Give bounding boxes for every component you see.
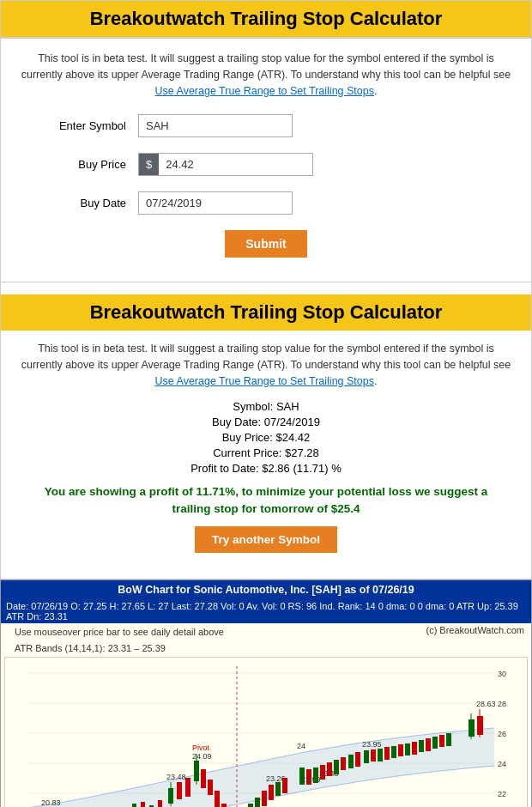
buy-price-row: Buy Price $ [18,153,514,176]
svg-text:23.95: 23.95 [362,740,382,749]
svg-rect-81 [432,737,438,749]
result-buy-price: Buy Price: $24.42 [18,431,514,444]
profit-highlight-text: You are showing a profit of 11.71%, to m… [18,483,514,519]
buy-price-input[interactable] [159,153,313,176]
svg-rect-45 [215,791,220,807]
svg-rect-64 [320,765,325,780]
svg-rect-51 [248,804,253,807]
result-current-price: Current Price: $27.28 [18,446,514,459]
svg-rect-73 [378,749,383,761]
chart-mouseover-note: Use mouseover price bar to see daily det… [8,625,231,639]
svg-text:20.83: 20.83 [41,798,61,807]
svg-text:26: 26 [498,730,506,738]
svg-rect-33 [158,800,162,807]
symbol-label: Enter Symbol [18,119,138,132]
chart-svg: 2.37 20.83 19.52 23.48 [5,658,520,807]
dollar-sign-icon: $ [138,153,159,176]
svg-text:24: 24 [498,760,506,768]
result-profit-to-date: Profit to Date: $2.86 (11.71) % [18,462,514,475]
svg-rect-75 [391,746,396,758]
submit-button[interactable]: Submit [225,230,306,258]
svg-text:Pivot: Pivot [192,743,210,752]
results-section: Breakoutwatch Trailing Stop Calculator T… [0,282,532,579]
buy-date-input[interactable] [138,191,293,215]
chart-container: BoW Chart for Sonic Automotive, Inc. [SA… [0,579,532,807]
svg-rect-67 [341,757,346,770]
svg-rect-46 [221,804,227,807]
svg-rect-44 [208,780,213,795]
page-header-title: Breakoutwatch Trailing Stop Calculator [0,0,532,38]
buy-price-input-group: $ [138,153,313,176]
chart-atr-label: ATR Bands (14,14,1): 23.31 – 25.39 [8,641,172,655]
buy-date-row: Buy Date [18,191,514,215]
buy-price-label: Buy Price [18,158,138,171]
svg-rect-83 [446,733,451,746]
svg-rect-54 [269,785,274,800]
symbol-row: Enter Symbol [18,114,514,137]
svg-rect-74 [384,747,390,760]
svg-rect-56 [275,782,281,796]
try-another-symbol-button[interactable]: Try another Symbol [195,526,337,553]
svg-rect-31 [141,802,145,807]
svg-text:24: 24 [297,742,305,750]
form-info-text: This tool is in beta test. It will sugge… [18,51,514,99]
chart-data-bar: Date: 07/26/19 O: 27.25 H: 27.65 L: 27 L… [1,599,531,623]
svg-text:24.09: 24.09 [192,752,212,761]
svg-rect-38 [185,778,190,797]
result-buy-date: Buy Date: 07/24/2019 [18,416,514,428]
svg-rect-76 [398,744,403,756]
svg-text:30: 30 [498,670,506,678]
svg-rect-82 [439,735,444,747]
svg-rect-69 [355,752,360,767]
svg-rect-80 [426,738,431,751]
svg-text:28.63: 28.63 [476,700,496,708]
form-section: This tool is in beta test. It will sugge… [0,38,532,282]
svg-rect-77 [405,743,410,755]
result-symbol: Symbol: SAH [18,400,514,413]
results-info-link[interactable]: Use Average True Range to Set Trailing S… [155,375,374,387]
results-header-title: Breakoutwatch Trailing Stop Calculator [1,294,531,331]
svg-rect-78 [412,742,417,755]
info-link[interactable]: Use Average True Range to Set Trailing S… [155,85,374,97]
results-info-text: This tool is in beta test. It will sugge… [18,341,514,389]
svg-rect-53 [262,791,267,806]
svg-rect-70 [364,750,369,763]
svg-rect-30 [132,804,136,807]
svg-rect-68 [348,755,354,768]
svg-text:23.48: 23.48 [166,773,186,781]
svg-rect-66 [334,760,339,774]
svg-text:28: 28 [498,700,506,708]
svg-rect-43 [201,769,206,788]
buy-date-label: Buy Date [18,197,138,209]
svg-rect-52 [255,798,260,807]
symbol-input[interactable] [138,114,293,137]
svg-rect-79 [419,740,424,752]
chart-svg-area: 2.37 20.83 19.52 23.48 [4,657,528,807]
svg-rect-72 [371,749,376,761]
svg-rect-65 [327,762,332,776]
svg-text:22: 22 [498,790,506,798]
svg-rect-37 [177,782,182,799]
svg-rect-57 [282,778,287,793]
svg-rect-62 [313,768,318,783]
chart-title: BoW Chart for Sonic Automotive, Inc. [SA… [1,580,531,599]
chart-copyright: (c) BreakoutWatch.com [426,625,524,639]
